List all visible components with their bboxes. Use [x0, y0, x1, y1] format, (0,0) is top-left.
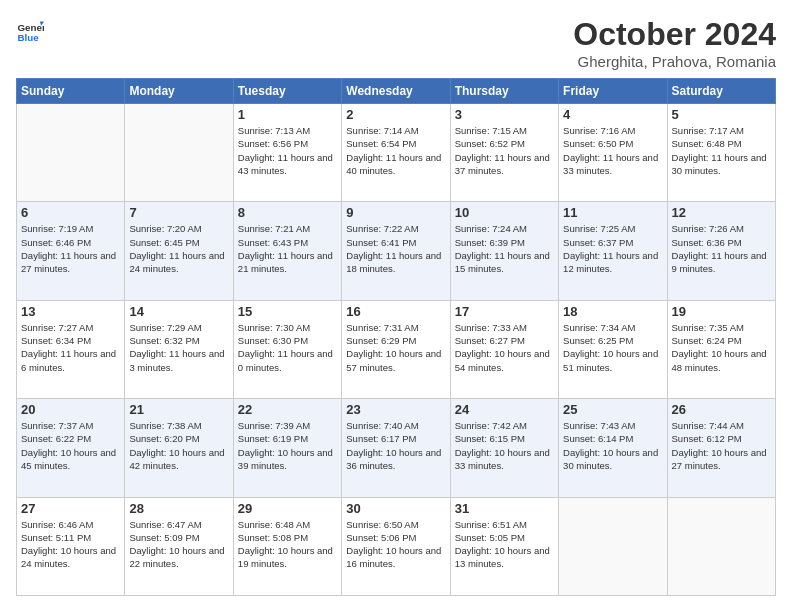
- weekday-header-row: Sunday Monday Tuesday Wednesday Thursday…: [17, 79, 776, 104]
- header-thursday: Thursday: [450, 79, 558, 104]
- header-saturday: Saturday: [667, 79, 775, 104]
- cell-2-3: 8Sunrise: 7:21 AMSunset: 6:43 PMDaylight…: [233, 202, 341, 300]
- cell-4-4: 23Sunrise: 7:40 AMSunset: 6:17 PMDayligh…: [342, 399, 450, 497]
- day-info: Sunrise: 6:46 AMSunset: 5:11 PMDaylight:…: [21, 518, 120, 571]
- header: General Blue October 2024 Gherghita, Pra…: [16, 16, 776, 70]
- day-number: 18: [563, 304, 662, 319]
- day-info: Sunrise: 6:48 AMSunset: 5:08 PMDaylight:…: [238, 518, 337, 571]
- day-info: Sunrise: 7:22 AMSunset: 6:41 PMDaylight:…: [346, 222, 445, 275]
- cell-2-5: 10Sunrise: 7:24 AMSunset: 6:39 PMDayligh…: [450, 202, 558, 300]
- cell-5-7: [667, 497, 775, 595]
- cell-4-1: 20Sunrise: 7:37 AMSunset: 6:22 PMDayligh…: [17, 399, 125, 497]
- cell-1-7: 5Sunrise: 7:17 AMSunset: 6:48 PMDaylight…: [667, 104, 775, 202]
- week-row-5: 27Sunrise: 6:46 AMSunset: 5:11 PMDayligh…: [17, 497, 776, 595]
- cell-4-2: 21Sunrise: 7:38 AMSunset: 6:20 PMDayligh…: [125, 399, 233, 497]
- day-info: Sunrise: 7:35 AMSunset: 6:24 PMDaylight:…: [672, 321, 771, 374]
- day-info: Sunrise: 7:29 AMSunset: 6:32 PMDaylight:…: [129, 321, 228, 374]
- day-number: 28: [129, 501, 228, 516]
- cell-3-1: 13Sunrise: 7:27 AMSunset: 6:34 PMDayligh…: [17, 300, 125, 398]
- day-number: 19: [672, 304, 771, 319]
- day-number: 5: [672, 107, 771, 122]
- day-number: 9: [346, 205, 445, 220]
- cell-3-3: 15Sunrise: 7:30 AMSunset: 6:30 PMDayligh…: [233, 300, 341, 398]
- calendar-table: Sunday Monday Tuesday Wednesday Thursday…: [16, 78, 776, 596]
- day-number: 6: [21, 205, 120, 220]
- day-info: Sunrise: 7:16 AMSunset: 6:50 PMDaylight:…: [563, 124, 662, 177]
- day-info: Sunrise: 7:44 AMSunset: 6:12 PMDaylight:…: [672, 419, 771, 472]
- logo: General Blue: [16, 16, 44, 44]
- day-info: Sunrise: 7:20 AMSunset: 6:45 PMDaylight:…: [129, 222, 228, 275]
- cell-2-1: 6Sunrise: 7:19 AMSunset: 6:46 PMDaylight…: [17, 202, 125, 300]
- cell-5-2: 28Sunrise: 6:47 AMSunset: 5:09 PMDayligh…: [125, 497, 233, 595]
- day-number: 10: [455, 205, 554, 220]
- week-row-3: 13Sunrise: 7:27 AMSunset: 6:34 PMDayligh…: [17, 300, 776, 398]
- cell-4-3: 22Sunrise: 7:39 AMSunset: 6:19 PMDayligh…: [233, 399, 341, 497]
- week-row-2: 6Sunrise: 7:19 AMSunset: 6:46 PMDaylight…: [17, 202, 776, 300]
- cell-5-5: 31Sunrise: 6:51 AMSunset: 5:05 PMDayligh…: [450, 497, 558, 595]
- cell-2-7: 12Sunrise: 7:26 AMSunset: 6:36 PMDayligh…: [667, 202, 775, 300]
- header-friday: Friday: [559, 79, 667, 104]
- day-info: Sunrise: 7:19 AMSunset: 6:46 PMDaylight:…: [21, 222, 120, 275]
- day-number: 1: [238, 107, 337, 122]
- cell-4-6: 25Sunrise: 7:43 AMSunset: 6:14 PMDayligh…: [559, 399, 667, 497]
- cell-1-5: 3Sunrise: 7:15 AMSunset: 6:52 PMDaylight…: [450, 104, 558, 202]
- day-info: Sunrise: 7:40 AMSunset: 6:17 PMDaylight:…: [346, 419, 445, 472]
- cell-2-2: 7Sunrise: 7:20 AMSunset: 6:45 PMDaylight…: [125, 202, 233, 300]
- day-number: 4: [563, 107, 662, 122]
- day-info: Sunrise: 7:39 AMSunset: 6:19 PMDaylight:…: [238, 419, 337, 472]
- day-info: Sunrise: 7:24 AMSunset: 6:39 PMDaylight:…: [455, 222, 554, 275]
- day-info: Sunrise: 7:33 AMSunset: 6:27 PMDaylight:…: [455, 321, 554, 374]
- cell-4-5: 24Sunrise: 7:42 AMSunset: 6:15 PMDayligh…: [450, 399, 558, 497]
- day-number: 14: [129, 304, 228, 319]
- week-row-1: 1Sunrise: 7:13 AMSunset: 6:56 PMDaylight…: [17, 104, 776, 202]
- cell-3-2: 14Sunrise: 7:29 AMSunset: 6:32 PMDayligh…: [125, 300, 233, 398]
- day-info: Sunrise: 7:30 AMSunset: 6:30 PMDaylight:…: [238, 321, 337, 374]
- day-info: Sunrise: 7:14 AMSunset: 6:54 PMDaylight:…: [346, 124, 445, 177]
- cell-5-3: 29Sunrise: 6:48 AMSunset: 5:08 PMDayligh…: [233, 497, 341, 595]
- day-number: 25: [563, 402, 662, 417]
- day-number: 30: [346, 501, 445, 516]
- day-info: Sunrise: 7:31 AMSunset: 6:29 PMDaylight:…: [346, 321, 445, 374]
- day-number: 12: [672, 205, 771, 220]
- svg-text:Blue: Blue: [17, 32, 39, 43]
- day-info: Sunrise: 7:34 AMSunset: 6:25 PMDaylight:…: [563, 321, 662, 374]
- day-number: 16: [346, 304, 445, 319]
- day-number: 22: [238, 402, 337, 417]
- day-number: 13: [21, 304, 120, 319]
- day-number: 26: [672, 402, 771, 417]
- cell-1-4: 2Sunrise: 7:14 AMSunset: 6:54 PMDaylight…: [342, 104, 450, 202]
- day-info: Sunrise: 6:47 AMSunset: 5:09 PMDaylight:…: [129, 518, 228, 571]
- month-title: October 2024: [573, 16, 776, 53]
- day-number: 23: [346, 402, 445, 417]
- day-info: Sunrise: 7:26 AMSunset: 6:36 PMDaylight:…: [672, 222, 771, 275]
- day-info: Sunrise: 7:21 AMSunset: 6:43 PMDaylight:…: [238, 222, 337, 275]
- cell-1-6: 4Sunrise: 7:16 AMSunset: 6:50 PMDaylight…: [559, 104, 667, 202]
- day-number: 31: [455, 501, 554, 516]
- cell-2-6: 11Sunrise: 7:25 AMSunset: 6:37 PMDayligh…: [559, 202, 667, 300]
- subtitle: Gherghita, Prahova, Romania: [573, 53, 776, 70]
- cell-4-7: 26Sunrise: 7:44 AMSunset: 6:12 PMDayligh…: [667, 399, 775, 497]
- day-number: 29: [238, 501, 337, 516]
- header-sunday: Sunday: [17, 79, 125, 104]
- day-number: 21: [129, 402, 228, 417]
- day-number: 2: [346, 107, 445, 122]
- day-info: Sunrise: 7:37 AMSunset: 6:22 PMDaylight:…: [21, 419, 120, 472]
- day-number: 27: [21, 501, 120, 516]
- day-info: Sunrise: 7:15 AMSunset: 6:52 PMDaylight:…: [455, 124, 554, 177]
- day-number: 17: [455, 304, 554, 319]
- day-info: Sunrise: 7:25 AMSunset: 6:37 PMDaylight:…: [563, 222, 662, 275]
- header-monday: Monday: [125, 79, 233, 104]
- day-number: 11: [563, 205, 662, 220]
- cell-2-4: 9Sunrise: 7:22 AMSunset: 6:41 PMDaylight…: [342, 202, 450, 300]
- logo-icon: General Blue: [16, 16, 44, 44]
- week-row-4: 20Sunrise: 7:37 AMSunset: 6:22 PMDayligh…: [17, 399, 776, 497]
- title-section: October 2024 Gherghita, Prahova, Romania: [573, 16, 776, 70]
- cell-5-4: 30Sunrise: 6:50 AMSunset: 5:06 PMDayligh…: [342, 497, 450, 595]
- day-info: Sunrise: 7:13 AMSunset: 6:56 PMDaylight:…: [238, 124, 337, 177]
- cell-1-1: [17, 104, 125, 202]
- header-wednesday: Wednesday: [342, 79, 450, 104]
- cell-3-4: 16Sunrise: 7:31 AMSunset: 6:29 PMDayligh…: [342, 300, 450, 398]
- header-tuesday: Tuesday: [233, 79, 341, 104]
- day-info: Sunrise: 7:17 AMSunset: 6:48 PMDaylight:…: [672, 124, 771, 177]
- day-number: 15: [238, 304, 337, 319]
